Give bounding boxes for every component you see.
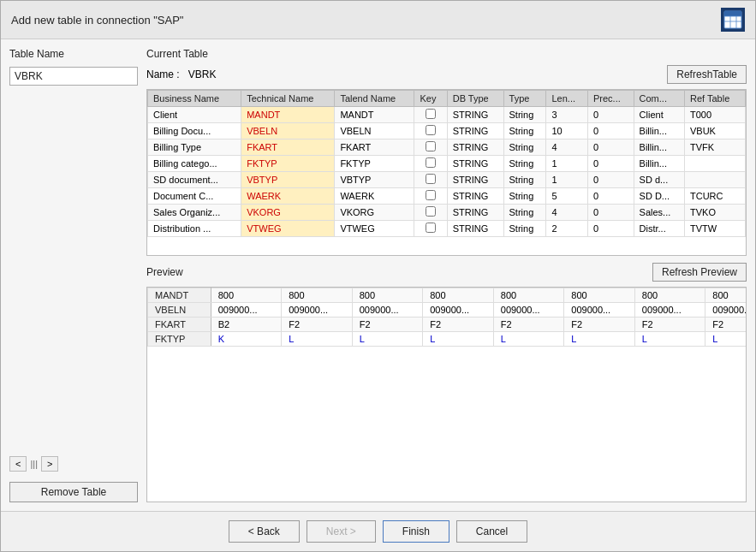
talend-name-cell: FKART <box>335 139 414 156</box>
len-cell: 2 <box>546 221 587 237</box>
key-cell[interactable] <box>414 156 447 172</box>
table-row: Client MANDT MANDT STRING String 3 0 Cli… <box>148 107 746 123</box>
key-cell[interactable] <box>414 139 447 156</box>
preview-cell: 009000... <box>282 303 353 318</box>
len-cell: 3 <box>546 107 587 123</box>
refresh-preview-button[interactable]: Refresh Preview <box>652 263 747 282</box>
talend-name-cell: VTWEG <box>335 221 414 237</box>
talend-name-cell: VBELN <box>335 123 414 139</box>
col-len: Len... <box>546 91 587 107</box>
ref-table-cell: TVFK <box>685 139 746 156</box>
refresh-table-button[interactable]: RefreshTable <box>667 65 747 84</box>
type-cell: String <box>503 205 546 221</box>
dbtype-cell: STRING <box>447 107 503 123</box>
preview-row: MANDT800800800800800800800800800800 <box>148 288 747 303</box>
prec-cell: 0 <box>587 156 634 172</box>
preview-cell: F2 <box>564 318 635 332</box>
dialog-header: Add new table in connection "SAP" <box>1 1 755 39</box>
prec-cell: 0 <box>587 188 634 205</box>
preview-cell: 009000... <box>634 303 705 318</box>
key-checkbox[interactable] <box>426 157 436 168</box>
key-cell[interactable] <box>414 172 447 188</box>
key-cell[interactable] <box>414 221 447 237</box>
key-checkbox[interactable] <box>426 223 436 233</box>
len-cell: 4 <box>546 139 587 156</box>
cancel-button[interactable]: Cancel <box>456 520 527 543</box>
type-cell: String <box>503 188 546 205</box>
next-button[interactable]: Next > <box>307 520 376 543</box>
table-row: Sales Organiz... VKORG VKORG STRING Stri… <box>148 205 746 221</box>
col-business-name: Business Name <box>148 91 241 107</box>
preview-label: Preview <box>146 266 183 278</box>
comment-cell: Client <box>634 107 684 123</box>
dbtype-cell: STRING <box>447 205 503 221</box>
key-checkbox[interactable] <box>426 190 436 200</box>
preview-cell: 009000... <box>423 303 494 318</box>
len-cell: 1 <box>546 172 587 188</box>
finish-button[interactable]: Finish <box>383 520 449 543</box>
ref-table-cell: T000 <box>685 107 746 123</box>
preview-cell: F2 <box>423 318 494 332</box>
preview-header: Preview Refresh Preview <box>146 263 747 282</box>
len-cell: 4 <box>546 205 587 221</box>
technical-name-cell: VBELN <box>241 123 335 139</box>
ref-table-cell: TCURC <box>685 188 746 205</box>
talend-name-cell: VBTYP <box>335 172 414 188</box>
col-key: Key <box>414 91 447 107</box>
preview-row: VBELN009000...009000...009000...009000..… <box>148 303 747 318</box>
table-row: SD document... VBTYP VBTYP STRING String… <box>148 172 746 188</box>
table-row: Document C... WAERK WAERK STRING String … <box>148 188 746 205</box>
type-cell: String <box>503 156 546 172</box>
table-name-label: Table Name <box>9 48 138 60</box>
len-cell: 10 <box>546 123 587 139</box>
nav-right-btn[interactable]: > <box>41 456 58 472</box>
key-cell[interactable] <box>414 205 447 221</box>
business-name-cell: Client <box>148 107 241 123</box>
preview-row: FKARTB2F2F2F2F2F2F2F2S1F2 <box>148 318 747 332</box>
key-checkbox[interactable] <box>426 125 436 135</box>
comment-cell: Distr... <box>634 221 684 237</box>
talend-name-cell: VKORG <box>335 205 414 221</box>
table-name-input[interactable] <box>9 67 138 86</box>
preview-cell: L <box>634 332 705 347</box>
left-nav: < ||| > <box>9 456 138 472</box>
technical-name-cell: VTWEG <box>241 221 335 237</box>
dialog-footer: < Back Next > Finish Cancel <box>1 511 755 551</box>
key-cell[interactable] <box>414 188 447 205</box>
business-name-cell: Billing catego... <box>148 156 241 172</box>
preview-cell: F2 <box>282 318 353 332</box>
preview-cell: 800 <box>564 288 635 303</box>
dialog-body: Table Name < ||| > Remove Table Current … <box>1 39 755 511</box>
talend-name-cell: WAERK <box>335 188 414 205</box>
business-name-cell: Document C... <box>148 188 241 205</box>
key-checkbox[interactable] <box>426 109 436 119</box>
col-prec: Prec... <box>587 91 634 107</box>
ref-table-cell <box>685 172 746 188</box>
key-checkbox[interactable] <box>426 206 436 217</box>
key-cell[interactable] <box>414 107 447 123</box>
business-name-cell: Sales Organiz... <box>148 205 241 221</box>
technical-name-cell: FKART <box>241 139 335 156</box>
col-technical-name: Technical Name <box>241 91 335 107</box>
preview-cell: 009000... <box>352 303 423 318</box>
prec-cell: 0 <box>587 172 634 188</box>
preview-cell: L <box>705 332 747 347</box>
talend-name-cell: FKTYP <box>335 156 414 172</box>
type-cell: String <box>503 139 546 156</box>
preview-cell: 800 <box>493 288 564 303</box>
key-checkbox[interactable] <box>426 141 436 151</box>
preview-cell: 009000... <box>705 303 747 318</box>
back-button[interactable]: < Back <box>229 520 300 543</box>
nav-left-btn[interactable]: < <box>9 456 27 472</box>
key-cell[interactable] <box>414 123 447 139</box>
business-name-cell: Billing Type <box>148 139 241 156</box>
key-checkbox[interactable] <box>426 174 436 184</box>
preview-cell: L <box>493 332 564 347</box>
preview-cell: K <box>211 332 282 347</box>
preview-cell: L <box>423 332 494 347</box>
preview-table-wrapper: MANDT800800800800800800800800800800VBELN… <box>146 287 747 502</box>
preview-cell: 009000... <box>493 303 564 318</box>
remove-table-button[interactable]: Remove Table <box>9 482 138 502</box>
len-cell: 1 <box>546 156 587 172</box>
preview-cell: L <box>352 332 423 347</box>
